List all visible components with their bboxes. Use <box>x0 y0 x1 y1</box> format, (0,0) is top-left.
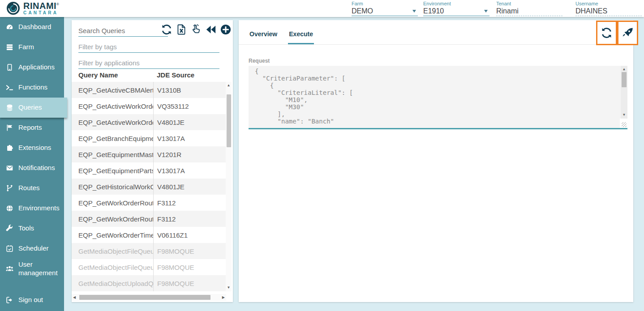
username-field: UsernameDHAINES <box>575 1 642 16</box>
sidebar-item-label: Reports <box>18 124 42 132</box>
sidebar-item-label: Functions <box>18 83 47 92</box>
table-row[interactable]: GetMediaObjectFileQueueF98MOQUE <box>72 243 226 259</box>
field-label: Farm <box>352 1 418 7</box>
topbar: RINAMI® CANTARA FarmDEMOEnvironmentE1910… <box>0 0 644 17</box>
table-row[interactable]: EQP_GetWorkOrderTimeEnV06116Z1 <box>72 227 226 243</box>
tab-overview[interactable]: Overview <box>249 24 278 44</box>
jde-source-cell: V1201R <box>153 146 226 162</box>
table-row[interactable]: EQP_GetWorkOrderRoutingF3112 <box>72 195 226 211</box>
sidebar-item-functions[interactable]: Functions <box>0 77 64 98</box>
chevron-down-icon <box>412 10 416 13</box>
jde-source-cell: V1310B <box>153 82 226 98</box>
execute-actions <box>596 21 638 45</box>
users-icon <box>6 265 14 273</box>
chevron-down-icon <box>484 10 488 13</box>
vertical-scrollbar-thumb[interactable] <box>227 94 231 147</box>
table-row[interactable]: EQP_GetHistoricalWorkOrdV4801JE <box>72 179 226 195</box>
table-row[interactable]: GetMediaObjectUploadQueF98MOQUE <box>72 275 226 291</box>
scroll-down-arrow[interactable]: ▼ <box>226 285 232 290</box>
tenant-field: TenantRinami <box>496 1 562 16</box>
sidebar-item-sign-out[interactable]: Sign out <box>0 290 64 310</box>
table-row[interactable]: EQP_GetEquipmentPartsV13017A <box>72 162 226 179</box>
rocket-button[interactable] <box>617 21 638 45</box>
filter-by-applications-input[interactable] <box>78 57 219 69</box>
farm-select[interactable]: FarmDEMO <box>352 1 418 16</box>
scroll-up-arrow[interactable]: ▲ <box>226 83 232 88</box>
scroll-up-arrow[interactable]: ▲ <box>621 67 627 72</box>
add-icon <box>220 24 232 35</box>
table-row[interactable]: EQP_GetActiveWorkOrderRVQ353112 <box>72 98 226 114</box>
jde-source-cell: V4801JE <box>153 179 226 195</box>
touch-button[interactable] <box>190 24 202 35</box>
export-excel-button[interactable] <box>176 24 187 35</box>
sidebar-item-reports[interactable]: Reports <box>0 118 64 138</box>
request-json-value: { "CriteriaParameter": [ { "CriteriaLite… <box>249 66 627 128</box>
field-value: DHAINES <box>575 7 642 15</box>
jde-source-cell: VQ353112 <box>153 98 226 114</box>
table-row[interactable]: EQP_GetEquipmentMasterV1201R <box>72 146 226 162</box>
table-row[interactable]: EQP_GetWorkOrderRoutingF3112 <box>72 211 226 227</box>
sidebar-item-label: Notifications <box>18 164 55 172</box>
search-queries-input[interactable] <box>78 25 168 37</box>
tab-execute[interactable]: Execute <box>288 24 314 44</box>
queries-table: EQP_GetActiveCBMAlertsV1310BEQP_GetActiv… <box>72 82 226 291</box>
brand-name: RINAMI® <box>23 1 60 10</box>
sidebar-item-queries[interactable]: Queries <box>0 98 67 118</box>
add-button[interactable] <box>220 24 232 35</box>
request-json-textarea[interactable]: { "CriteriaParameter": [ { "CriteriaLite… <box>249 66 627 129</box>
fast-backward-button[interactable] <box>205 24 217 35</box>
sidebar-item-user-management[interactable]: User management <box>0 259 64 279</box>
environment-select[interactable]: EnvironmentE1910 <box>423 1 489 16</box>
sidebar-item-scheduler[interactable]: Scheduler <box>0 239 64 259</box>
export-excel-icon <box>176 24 187 35</box>
horizontal-scrollbar-thumb[interactable] <box>79 295 210 300</box>
rocket-icon <box>622 27 634 39</box>
sidebar: DashboardFarmApplicationsFunctionsQuerie… <box>0 17 64 311</box>
sidebar-item-routes[interactable]: Routes <box>0 178 64 198</box>
sidebar-item-label: User management <box>18 260 61 277</box>
globe-icon <box>6 204 14 212</box>
query-name-cell: EQP_GetEquipmentMaster <box>72 151 153 158</box>
query-name-cell: EQP_GetActiveWorkOrders <box>72 119 153 126</box>
table-row[interactable]: EQP_GetActiveCBMAlertsV1310B <box>72 82 226 98</box>
column-header-query-name: Query Name <box>78 71 118 79</box>
vertical-scrollbar-thumb[interactable] <box>622 72 627 87</box>
textarea-resize-grip[interactable] <box>620 119 627 128</box>
sidebar-item-label: Environments <box>18 204 60 213</box>
column-header-jde-source: JDE Source <box>157 71 194 79</box>
sidebar-item-tools[interactable]: Tools <box>0 218 64 239</box>
sync-button[interactable] <box>161 24 172 35</box>
field-label: Username <box>575 1 642 7</box>
table-vertical-scrollbar[interactable]: ▲ ▼ <box>226 82 232 291</box>
table-row[interactable]: EQP_GetActiveWorkOrdersV4801JE <box>72 114 226 130</box>
sidebar-item-applications[interactable]: Applications <box>0 57 64 77</box>
field-value: Rinami <box>496 7 562 15</box>
jde-source-cell: V13017A <box>153 130 226 146</box>
sidebar-item-extensions[interactable]: Extensions <box>0 138 64 158</box>
query-name-cell: EQP_GetBranchEquipment <box>72 135 153 142</box>
envelope-icon <box>6 164 14 172</box>
sidebar-items: DashboardFarmApplicationsFunctionsQuerie… <box>0 17 64 279</box>
scroll-left-arrow[interactable]: ◀ <box>73 295 76 300</box>
puzzle-icon <box>6 144 14 152</box>
query-name-cell: EQP_GetWorkOrderTimeEn <box>72 231 153 239</box>
sidebar-item-environments[interactable]: Environments <box>0 198 64 218</box>
sidebar-item-notifications[interactable]: Notifications <box>0 158 64 178</box>
table-row[interactable]: GetMediaObjectFileQueuesF98MOQUE <box>72 259 226 275</box>
jde-source-cell: V4801JE <box>153 114 226 130</box>
refresh-button[interactable] <box>596 21 617 45</box>
jde-source-cell: F3112 <box>153 195 226 211</box>
sidebar-item-label: Sign out <box>18 296 43 304</box>
table-row[interactable]: EQP_GetBranchEquipmentV13017A <box>72 130 226 146</box>
sidebar-item-label: Applications <box>18 63 55 72</box>
flag-icon <box>6 124 14 132</box>
wrench-icon <box>6 225 14 232</box>
scroll-down-arrow[interactable]: ▼ <box>621 113 627 117</box>
sidebar-item-dashboard[interactable]: Dashboard <box>0 17 64 37</box>
filter-by-tags-input[interactable] <box>78 41 219 53</box>
sidebar-item-farm[interactable]: Farm <box>0 37 64 57</box>
query-detail-panel: OverviewExecute Request { "CriteriaParam… <box>239 20 633 302</box>
scroll-right-arrow[interactable]: ▶ <box>222 295 225 300</box>
table-horizontal-scrollbar[interactable]: ◀ ▶ <box>72 294 226 301</box>
textarea-vertical-scrollbar[interactable]: ▲ ▼ <box>621 66 627 119</box>
